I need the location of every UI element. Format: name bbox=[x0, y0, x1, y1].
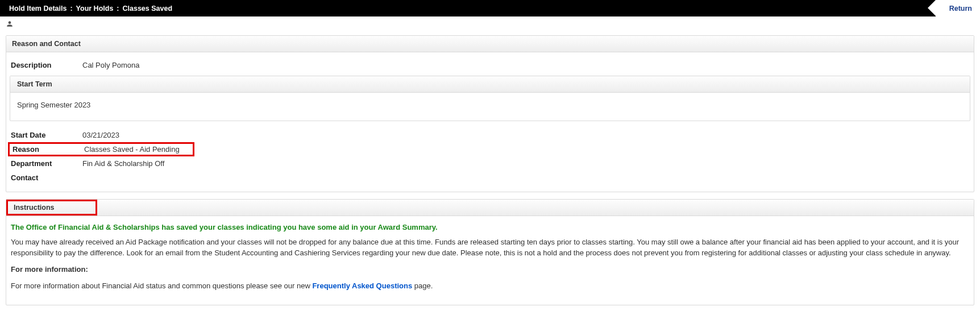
department-row: Department Fin Aid & Scholarship Off bbox=[10, 156, 970, 171]
breadcrumb: Hold Item Details : Your Holds : Classes… bbox=[9, 5, 172, 13]
instructions-header: Instructions bbox=[8, 201, 60, 214]
breadcrumb-separator: : bbox=[117, 5, 119, 13]
contact-label: Contact bbox=[10, 173, 82, 182]
reason-value: Classes Saved - Aid Pending bbox=[84, 145, 180, 154]
instructions-body-1: You may have already received an Aid Pac… bbox=[11, 237, 969, 259]
description-label: Description bbox=[10, 61, 82, 69]
reason-label: Reason bbox=[11, 145, 84, 154]
department-label: Department bbox=[10, 159, 82, 168]
instructions-body-2: For more information about Financial Aid… bbox=[11, 281, 969, 292]
breadcrumb-item-2[interactable]: Your Holds bbox=[76, 5, 114, 13]
description-value: Cal Poly Pomona bbox=[82, 61, 139, 69]
breadcrumb-separator: : bbox=[70, 5, 72, 13]
reason-highlight-box: Reason Classes Saved - Aid Pending bbox=[8, 142, 194, 156]
start-term-value: Spring Semester 2023 bbox=[10, 93, 970, 121]
start-date-label: Start Date bbox=[10, 131, 82, 139]
start-term-header: Start Term bbox=[10, 76, 970, 93]
instructions-body-2-pre: For more information about Financial Aid… bbox=[11, 281, 312, 290]
user-icon bbox=[6, 21, 14, 30]
breadcrumb-item-3[interactable]: Classes Saved bbox=[123, 5, 173, 13]
start-date-row: Start Date 03/21/2023 bbox=[10, 128, 970, 142]
start-term-subpanel: Start Term Spring Semester 2023 bbox=[10, 76, 970, 121]
instructions-highlight-box: Instructions bbox=[6, 200, 97, 216]
breadcrumb-item-1[interactable]: Hold Item Details bbox=[9, 5, 67, 13]
reason-contact-header: Reason and Contact bbox=[6, 36, 974, 52]
instructions-panel: Instructions The Office of Financial Aid… bbox=[6, 199, 974, 305]
faq-link[interactable]: Frequently Asked Questions bbox=[312, 281, 412, 290]
start-date-value: 03/21/2023 bbox=[82, 131, 119, 139]
more-info-label: For more information: bbox=[11, 264, 969, 275]
return-button-label: Return bbox=[949, 5, 972, 13]
instructions-headline: The Office of Financial Aid & Scholarshi… bbox=[11, 223, 969, 231]
top-bar: Hold Item Details : Your Holds : Classes… bbox=[0, 0, 980, 16]
instructions-body-2-post: page. bbox=[412, 281, 433, 290]
description-row: Description Cal Poly Pomona bbox=[10, 58, 970, 72]
contact-row: Contact bbox=[10, 171, 970, 185]
reason-contact-panel: Reason and Contact Description Cal Poly … bbox=[6, 35, 974, 192]
user-row bbox=[0, 16, 980, 32]
return-button[interactable]: Return bbox=[936, 0, 980, 16]
department-value: Fin Aid & Scholarship Off bbox=[82, 159, 164, 168]
reason-row: Reason Classes Saved - Aid Pending bbox=[11, 145, 193, 154]
